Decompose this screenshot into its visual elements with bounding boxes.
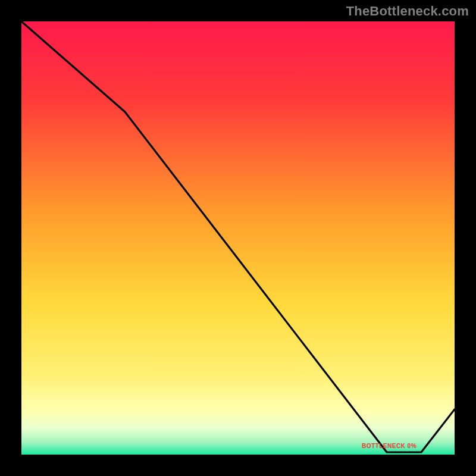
chart-stage: TheBottleneck.com BOTTLENECK 0%: [0, 0, 476, 476]
plot-area: [21, 21, 455, 455]
optimal-annotation: BOTTLENECK 0%: [362, 443, 416, 449]
chart-svg: [0, 0, 476, 476]
watermark-text: TheBottleneck.com: [346, 4, 469, 19]
